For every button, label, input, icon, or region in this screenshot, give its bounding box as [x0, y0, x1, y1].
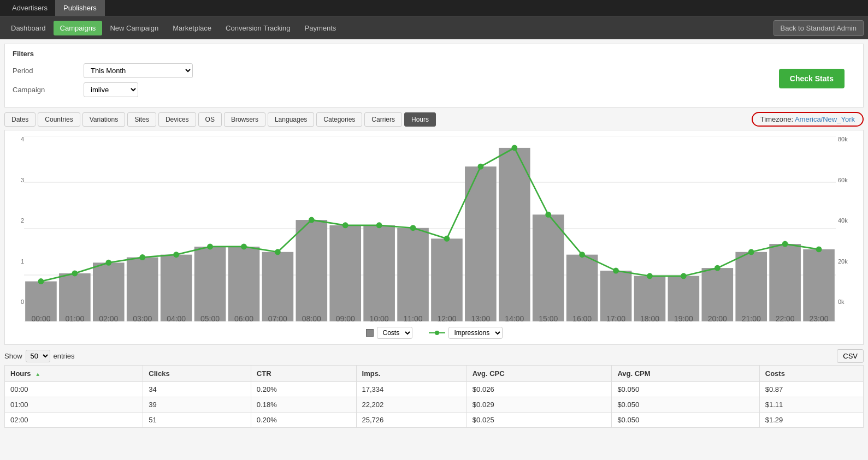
- svg-text:01:00: 01:00: [65, 314, 84, 321]
- chart-inner: 00:0001:0002:0003:0004:0005:0006:0007:00…: [24, 136, 836, 321]
- col-avg-cpm[interactable]: Avg. CPM: [612, 366, 759, 382]
- col-hours[interactable]: Hours ▲: [5, 366, 143, 382]
- svg-point-31: [105, 260, 111, 266]
- dim-tab-os[interactable]: OS: [198, 112, 222, 127]
- svg-rect-20: [533, 214, 564, 321]
- data-table: Hours ▲ Clicks CTR Imps. Avg. CPC Avg. C…: [4, 365, 864, 428]
- svg-text:03:00: 03:00: [133, 314, 152, 321]
- dim-tab-sites[interactable]: Sites: [127, 112, 156, 127]
- svg-point-50: [748, 249, 754, 255]
- svg-rect-16: [397, 228, 429, 321]
- dim-tab-carriers[interactable]: Carriers: [364, 112, 402, 127]
- svg-rect-21: [566, 255, 598, 321]
- dim-tab-languages[interactable]: Languages: [268, 112, 314, 127]
- svg-point-36: [275, 249, 281, 255]
- dim-tab-hours[interactable]: Hours: [404, 112, 436, 127]
- chart-container: 4 3 2 1 0 00:0001:0002:0003:0004:0005:00…: [10, 136, 858, 321]
- nav-campaigns[interactable]: Campaigns: [54, 21, 103, 35]
- svg-text:09:00: 09:00: [336, 314, 355, 321]
- dim-tab-browsers[interactable]: Browsers: [224, 112, 265, 127]
- table-row: 02:00510.20%25,726$0.025$0.050$1.29: [5, 413, 864, 428]
- tab-advertisers[interactable]: Advertisers: [4, 0, 56, 16]
- nav-new-campaign[interactable]: New Campaign: [103, 21, 165, 35]
- campaign-select[interactable]: imlive: [84, 82, 138, 97]
- svg-point-37: [309, 217, 315, 223]
- svg-point-30: [72, 270, 78, 276]
- svg-rect-13: [296, 220, 327, 321]
- impressions-legend-line: [429, 332, 445, 333]
- svg-text:06:00: 06:00: [234, 314, 253, 321]
- svg-text:15:00: 15:00: [539, 314, 558, 321]
- svg-rect-25: [701, 268, 733, 321]
- svg-text:04:00: 04:00: [167, 314, 186, 321]
- advertisers-label: Advertisers: [12, 4, 48, 12]
- dim-tab-variations[interactable]: Variations: [82, 112, 125, 127]
- back-to-standard-admin-button[interactable]: Back to Standard Admin: [773, 20, 864, 36]
- svg-point-44: [545, 212, 551, 218]
- impressions-legend-select[interactable]: Impressions: [448, 327, 503, 339]
- svg-rect-8: [127, 258, 158, 321]
- svg-text:07:00: 07:00: [268, 314, 287, 321]
- svg-point-51: [782, 241, 788, 247]
- nav-conversion-tracking[interactable]: Conversion Tracking: [219, 21, 297, 35]
- svg-rect-7: [93, 262, 125, 321]
- svg-rect-14: [329, 225, 361, 321]
- col-ctr[interactable]: CTR: [251, 366, 356, 382]
- dim-tab-categories[interactable]: Categories: [316, 112, 362, 127]
- col-clicks[interactable]: Clicks: [143, 366, 251, 382]
- svg-text:16:00: 16:00: [572, 314, 592, 321]
- svg-rect-19: [499, 148, 530, 321]
- svg-point-48: [681, 273, 687, 279]
- period-label: Period: [13, 67, 78, 75]
- svg-point-40: [410, 225, 416, 231]
- chart-svg: 00:0001:0002:0003:0004:0005:0006:0007:00…: [24, 136, 836, 321]
- svg-text:13:00: 13:00: [471, 314, 490, 321]
- nav-bar: Dashboard Campaigns New Campaign Marketp…: [0, 16, 868, 39]
- svg-text:22:00: 22:00: [776, 314, 795, 321]
- svg-rect-28: [803, 249, 835, 321]
- svg-point-29: [38, 278, 44, 284]
- col-avg-cpc[interactable]: Avg. CPC: [467, 366, 612, 382]
- svg-point-45: [579, 252, 585, 258]
- publishers-label: Publishers: [63, 4, 97, 12]
- period-select[interactable]: This Month: [84, 63, 193, 78]
- y-axis-right: 80k 60k 40k 20k 0k: [836, 136, 858, 321]
- costs-legend-select[interactable]: Costs: [377, 327, 412, 339]
- col-imps[interactable]: Imps.: [356, 366, 467, 382]
- dim-tab-devices[interactable]: Devices: [158, 112, 196, 127]
- svg-point-38: [343, 222, 349, 228]
- dim-tab-dates[interactable]: Dates: [4, 112, 36, 127]
- csv-button[interactable]: CSV: [837, 349, 864, 363]
- col-costs[interactable]: Costs: [759, 366, 863, 382]
- legend-costs: Costs: [366, 327, 412, 339]
- nav-payments[interactable]: Payments: [298, 21, 343, 35]
- timezone-display: Timezone: America/New_York: [752, 112, 864, 127]
- check-stats-button[interactable]: Check Stats: [779, 69, 845, 88]
- table-controls: Show 50 entries CSV: [4, 349, 864, 363]
- svg-point-39: [376, 222, 382, 228]
- legend-impressions: Impressions: [429, 327, 503, 339]
- nav-dashboard[interactable]: Dashboard: [4, 21, 52, 35]
- svg-point-47: [647, 273, 653, 279]
- timezone-label: Timezone:: [760, 115, 793, 123]
- sort-arrow-hours: ▲: [35, 371, 40, 377]
- svg-text:02:00: 02:00: [99, 314, 118, 321]
- tab-publishers[interactable]: Publishers: [56, 0, 105, 16]
- dim-tab-countries[interactable]: Countries: [38, 112, 80, 127]
- svg-point-33: [173, 252, 179, 258]
- svg-rect-12: [262, 252, 294, 321]
- dimension-tabs: Dates Countries Variations Sites Devices…: [4, 112, 864, 127]
- svg-text:11:00: 11:00: [404, 314, 423, 321]
- table-header-row: Hours ▲ Clicks CTR Imps. Avg. CPC Avg. C…: [5, 366, 864, 382]
- svg-text:21:00: 21:00: [742, 314, 761, 321]
- svg-point-41: [444, 236, 450, 242]
- table-body: 00:00340.20%17,334$0.026$0.050$0.8701:00…: [5, 382, 864, 428]
- y-axis-left: 4 3 2 1 0: [10, 136, 24, 321]
- svg-rect-10: [194, 247, 226, 321]
- entries-select[interactable]: 50: [26, 350, 50, 362]
- nav-marketplace[interactable]: Marketplace: [166, 21, 218, 35]
- svg-rect-11: [228, 247, 260, 321]
- svg-rect-26: [735, 252, 767, 321]
- timezone-value[interactable]: America/New_York: [795, 115, 855, 123]
- entries-label: entries: [54, 352, 75, 360]
